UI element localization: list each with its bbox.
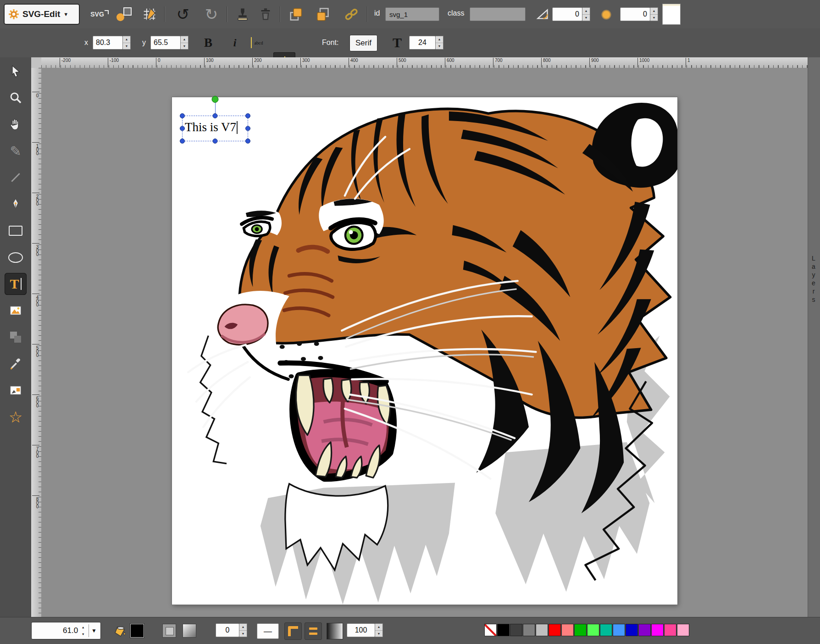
canvas-text-element[interactable]: This is V7 [185,120,238,134]
linejoin-button[interactable] [284,622,302,640]
palette-swatch[interactable] [484,624,497,636]
stroke-dash-select[interactable]: — [257,623,279,639]
zoom-tool-button[interactable] [5,87,27,109]
redo-button[interactable]: ↻ [199,4,224,25]
spinner-down-button[interactable]: ▼ [436,43,443,50]
spinner-down-button[interactable]: ▼ [80,631,86,638]
y-position-input[interactable] [150,36,181,50]
palette-swatch[interactable] [600,624,612,636]
palette-swatch[interactable] [549,624,561,636]
element-class-input[interactable] [470,7,526,21]
path-tool-button[interactable] [5,193,27,215]
palette-swatch[interactable] [664,624,676,636]
spinner-up-button[interactable]: ▲ [80,624,86,631]
font-size-input[interactable] [409,36,436,50]
gradient-swatch[interactable] [183,624,196,638]
stroke-width-input[interactable] [216,623,239,637]
source-corner-icon [105,10,109,14]
main-menu-button[interactable]: SVG-Edit ▼ [4,4,80,25]
rect-tool-button[interactable] [5,220,27,242]
ellipse-tool-button[interactable] [5,246,27,268]
delete-button[interactable] [256,6,275,23]
resize-handle-sw[interactable] [180,139,185,144]
spinner-up-button[interactable]: ▲ [375,624,382,631]
palette-swatch[interactable] [561,624,574,636]
blur-input[interactable] [620,7,650,21]
move-bottom-icon [289,7,303,21]
spinner-down-button[interactable]: ▼ [375,631,382,637]
spinner-up-button[interactable]: ▲ [650,8,658,15]
shape-library-button[interactable] [5,326,27,348]
stroke-color-swatch[interactable] [162,624,176,638]
palette-swatch[interactable] [536,624,548,636]
move-to-bottom-button[interactable] [286,6,305,23]
linecap-button[interactable] [305,622,322,640]
make-link-button[interactable] [341,6,361,23]
spinner-down-button[interactable]: ▼ [582,15,590,21]
clone-button[interactable] [233,6,252,23]
opacity-input[interactable] [347,623,375,637]
import-image-button[interactable] [5,379,27,401]
line-tool-button[interactable] [5,167,27,189]
resize-handle-ne[interactable] [245,113,250,118]
palette-swatch[interactable] [497,624,510,636]
star-tool-button[interactable]: ☆ [5,406,27,428]
zoom-control[interactable]: 61.0 ▲ ▼ ▼ [31,622,101,639]
pencil-tool-button[interactable]: ✎ [5,140,27,162]
x-position-input[interactable] [93,36,123,50]
ruler-label: 900 [589,58,599,67]
palette-swatch[interactable] [651,624,664,636]
bold-button[interactable]: B [198,33,218,52]
spinner-up-button[interactable]: ▲ [181,36,188,43]
spinner-up-button[interactable]: ▲ [436,36,443,43]
spinner-up-button[interactable]: ▲ [582,8,590,15]
wireframe-button[interactable] [116,6,132,22]
rotate-grip[interactable] [212,96,219,103]
text-tool-button[interactable]: T [5,273,27,295]
resize-handle-nw[interactable] [180,113,185,118]
element-id-input[interactable] [385,7,439,21]
edit-source-button[interactable]: SVG [88,6,111,22]
ruler-label: 0 [156,58,161,67]
background-color-swatch[interactable] [662,4,681,25]
canvas[interactable]: This is V7 [172,97,677,605]
spinner-down-button[interactable]: ▼ [123,43,130,50]
resize-handle-w[interactable] [180,126,185,131]
select-tool-button[interactable] [5,60,27,82]
resize-handle-s[interactable] [213,139,218,144]
palette-swatch[interactable] [638,624,651,636]
selection-box[interactable]: This is V7 [182,116,248,141]
fill-color-swatch[interactable] [130,624,144,638]
palette-swatch[interactable] [523,624,535,636]
spinner-down-button[interactable]: ▼ [239,631,247,637]
eyedropper-tool-button[interactable] [5,353,27,375]
pan-tool-button[interactable] [5,113,27,135]
resize-handle-n[interactable] [213,113,218,118]
spinner-up-button[interactable]: ▲ [239,624,247,631]
undo-button[interactable]: ↺ [171,4,195,25]
spinner-down-button[interactable]: ▼ [650,15,658,21]
italic-button[interactable]: i [225,33,245,52]
text-anchor-start-button[interactable]: abcd [248,33,270,52]
move-to-top-button[interactable] [313,6,332,23]
palette-swatch[interactable] [510,624,522,636]
palette-swatch[interactable] [626,624,638,636]
text-caret-icon [21,278,22,290]
image-tool-button[interactable] [5,300,27,322]
spinner-up-button[interactable]: ▲ [123,36,130,43]
font-family-button[interactable]: Serif [349,35,377,51]
ruler-label: 0 [32,92,39,97]
palette-swatch[interactable] [677,624,689,636]
toolbar-separator [280,6,280,22]
opacity-gradient-swatch[interactable] [327,623,343,639]
ruler-label: 200 [252,58,262,67]
resize-handle-se[interactable] [245,139,250,144]
angle-input[interactable] [552,7,582,21]
spinner-down-button[interactable]: ▼ [181,43,188,50]
grid-button[interactable] [140,6,159,23]
resize-handle-e[interactable] [245,126,250,131]
layers-panel-toggle[interactable]: Layers [810,255,817,304]
palette-swatch[interactable] [574,624,587,636]
palette-swatch[interactable] [587,624,599,636]
palette-swatch[interactable] [613,624,625,636]
